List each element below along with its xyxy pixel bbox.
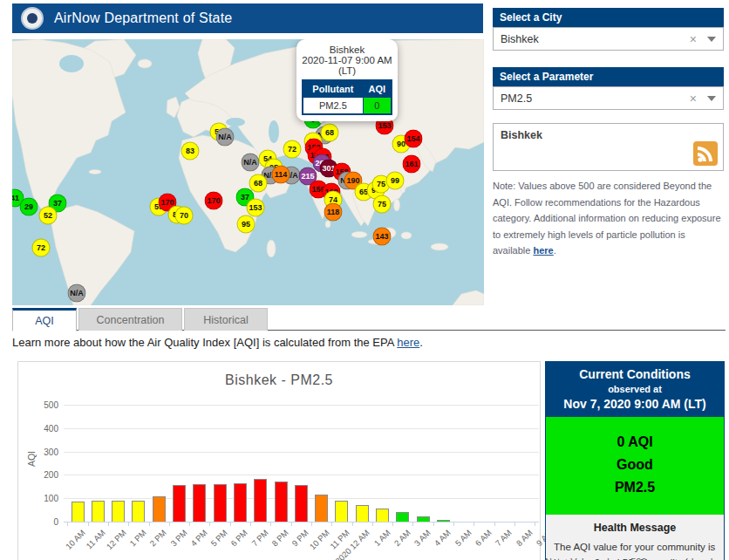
aqi-marker[interactable]: 83: [181, 142, 200, 160]
chart-gridline: [64, 405, 539, 406]
aqi-marker[interactable]: 29: [20, 198, 38, 216]
chart-x-tick: [128, 522, 129, 526]
aqi-marker[interactable]: 154: [405, 130, 423, 148]
tab-concentration[interactable]: Concentration: [78, 308, 182, 331]
chart-x-label: 11 AM: [85, 528, 107, 550]
chart-x-tick: [270, 522, 271, 526]
city-caret-down-icon[interactable]: [707, 37, 716, 42]
aqi-marker[interactable]: 72: [32, 239, 51, 257]
chart-bar[interactable]: [356, 505, 369, 522]
chart-x-tick: [535, 522, 535, 526]
popup-aqi-table: Pollutant AQI PM2.5 0: [302, 79, 392, 115]
app-title: AirNow Department of State: [54, 10, 232, 26]
chart-gridline: [64, 428, 539, 429]
aqi-category-banner: 0 AQI Good PM2.5: [546, 417, 724, 515]
chart-x-label: 3 PM: [168, 528, 188, 548]
chart-x-label: 4 PM: [188, 528, 208, 548]
aqi-marker[interactable]: 118: [324, 203, 343, 222]
chart-bar[interactable]: [112, 501, 125, 522]
aqi-marker[interactable]: 99: [386, 172, 405, 190]
chart-x-label: 5 PM: [208, 528, 228, 548]
chart-x-tick: [149, 522, 150, 526]
chart-bar[interactable]: [275, 481, 288, 522]
chart-x-tick: [474, 522, 474, 526]
chart-x-tick: [352, 522, 353, 526]
chart-bar[interactable]: [437, 520, 450, 522]
rss-city-label: Bishkek: [501, 129, 542, 141]
parameter-clear-icon[interactable]: ×: [690, 92, 697, 106]
rss-icon[interactable]: [693, 141, 718, 166]
chart-bar[interactable]: [153, 496, 166, 522]
rss-feed-box: Bishkek: [493, 123, 724, 171]
aqi-marker[interactable]: 72: [283, 140, 302, 159]
parameter-select[interactable]: PM2.5 ×: [493, 86, 724, 110]
chart-bar[interactable]: [214, 484, 227, 522]
chart-bar[interactable]: [417, 516, 430, 522]
chart-bar[interactable]: [254, 479, 267, 522]
parameter-caret-down-icon[interactable]: [707, 96, 716, 101]
aqi-marker[interactable]: N/A: [216, 128, 235, 147]
chart-gridline: [64, 452, 539, 453]
parameter-select-value: PM2.5: [501, 92, 532, 105]
chart-bar[interactable]: [92, 501, 105, 522]
chart-y-tick: 200: [18, 470, 58, 480]
chart-y-tick: 0: [18, 517, 58, 527]
tab-historical[interactable]: Historical: [184, 308, 268, 331]
chart-bar[interactable]: [295, 485, 308, 522]
chart-x-tick: [311, 522, 312, 526]
aqi-marker[interactable]: 75: [373, 195, 392, 214]
observation-datetime: Nov 7, 2020 9:00 AM (LT): [549, 397, 720, 411]
aqi-marker[interactable]: 68: [321, 124, 339, 142]
chart-bar[interactable]: [376, 509, 389, 522]
chart-bar[interactable]: [234, 483, 247, 522]
chart-bar[interactable]: [315, 495, 328, 522]
aqi-marker[interactable]: 161: [403, 155, 421, 174]
chart-x-label: 7 AM: [494, 528, 514, 548]
learn-more-here-link[interactable]: here: [397, 336, 419, 349]
city-clear-icon[interactable]: ×: [690, 32, 697, 46]
chart-x-tick: [209, 522, 210, 526]
chart-x-tick: [331, 522, 332, 526]
department-of-state-seal-icon: [21, 7, 44, 30]
aqi-marker[interactable]: 153: [247, 199, 265, 217]
chart-y-tick: 100: [18, 494, 58, 503]
world-map[interactable]: 4129375272N/A5517085708356N/A170N/A5495N…: [12, 39, 484, 305]
chart-bar[interactable]: [132, 501, 145, 522]
chart-bar[interactable]: [396, 512, 409, 522]
aqi-marker[interactable]: 95: [237, 215, 255, 234]
aqi-marker[interactable]: N/A: [68, 284, 86, 303]
chart-y-tick: 400: [18, 424, 58, 434]
tab-aqi[interactable]: AQI: [12, 308, 77, 331]
panel-footer-note: Note: Values above 500 are considered Be…: [545, 557, 726, 560]
chart-x-label: 1 AM: [371, 528, 392, 548]
city-select[interactable]: Bishkek ×: [493, 27, 724, 51]
chart-bar[interactable]: [335, 501, 348, 522]
sidebar-note: Note: Values above 500 are considered Be…: [493, 178, 725, 259]
aqi-marker[interactable]: 70: [175, 207, 194, 225]
aqi-marker[interactable]: 68: [249, 174, 268, 193]
aqi-marker[interactable]: 114: [272, 166, 290, 184]
chart-x-label: 1 PM: [127, 528, 147, 548]
current-conditions-panel: Current Conditions observed at Nov 7, 20…: [545, 361, 725, 560]
chart-x-tick: [230, 522, 231, 526]
aqi-marker[interactable]: 52: [39, 207, 58, 225]
chart-x-label: 6 PM: [229, 528, 249, 548]
chart-x-tick: [453, 522, 454, 526]
aqi-marker[interactable]: 170: [205, 192, 223, 210]
chart-x-tick: [250, 522, 251, 526]
chart-x-label: 4 AM: [433, 528, 453, 548]
chart-plot-area: 10 AM11 AM12 PM1 PM2 PM3 PM4 PM5 PM6 PM7…: [64, 405, 539, 522]
popup-timezone: (LT): [302, 65, 392, 76]
aqi-marker[interactable]: 143: [373, 228, 392, 246]
chart-x-label: 3 AM: [412, 528, 433, 548]
chart-x-tick: [291, 522, 292, 526]
chart-bar[interactable]: [173, 485, 186, 522]
sidebar-note-here-link[interactable]: here: [533, 245, 553, 256]
chart-bar[interactable]: [72, 502, 85, 522]
chart-x-label: 12 PM: [104, 528, 127, 551]
select-parameter-header: Select a Parameter: [493, 67, 724, 86]
aqi-marker[interactable]: N/A: [242, 154, 260, 172]
chart-x-label: 6 AM: [474, 528, 494, 548]
popup-aqi-value: 0: [364, 98, 391, 113]
chart-bar[interactable]: [193, 484, 206, 522]
